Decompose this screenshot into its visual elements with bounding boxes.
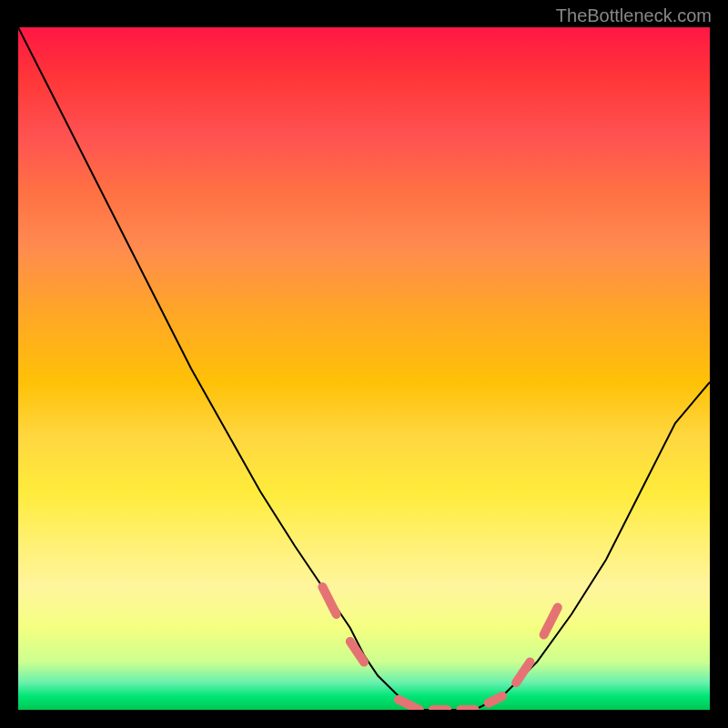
plot-area [18, 27, 710, 710]
marker-segment [544, 608, 558, 635]
marker-segment [399, 700, 420, 710]
marker-segment [350, 642, 364, 662]
bottleneck-curve-path [18, 27, 710, 710]
marker-group [322, 587, 557, 710]
attribution-label: TheBottleneck.com [556, 5, 712, 26]
marker-segment [516, 662, 530, 683]
marker-segment [322, 587, 336, 614]
marker-segment [489, 696, 502, 703]
chart-container: TheBottleneck.com [0, 0, 728, 728]
chart-svg [18, 27, 710, 710]
